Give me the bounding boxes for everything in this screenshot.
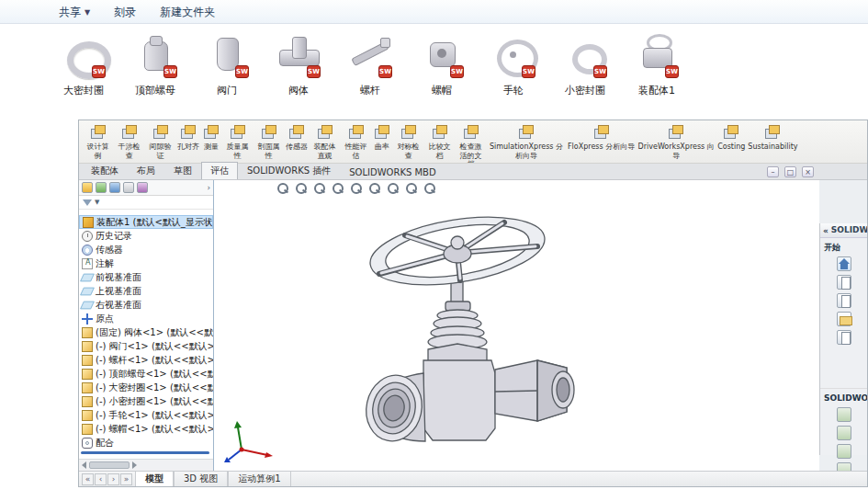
ribbon-tool-button[interactable]: 剖面属性	[254, 122, 284, 161]
window-control-button[interactable]: ×	[802, 166, 814, 177]
statusbar-nav-button[interactable]: «	[82, 473, 94, 485]
new-folder-button[interactable]: 新建文件夹	[160, 5, 215, 20]
file-item[interactable]: SW 顶部螺母	[119, 30, 191, 97]
tree-item[interactable]: 原点	[79, 312, 213, 325]
tree-item[interactable]: 装配体1 (默认<默认_显示状态-1>)	[79, 215, 213, 229]
ribbon-tool-button[interactable]: 性能评估	[341, 122, 371, 161]
ribbon-tool-button[interactable]: SimulationXpress 分析向导	[487, 122, 566, 161]
tree-item-label: (-) 螺帽<1> (默认<<默认>_显示状态	[96, 423, 213, 436]
ribbon-tool-button[interactable]: 对称检查	[393, 122, 423, 161]
graphics-viewport[interactable]	[214, 180, 819, 471]
tree-item-label: 历史记录	[96, 230, 132, 243]
horizontal-scrollbar[interactable]	[79, 459, 213, 471]
mates-icon	[82, 438, 93, 449]
configurationmanager-icon[interactable]	[109, 182, 120, 193]
dimxpertmanager-icon[interactable]	[123, 182, 134, 193]
ribbon-tool-button[interactable]: 检查激活的文档	[456, 122, 486, 164]
tool-icon[interactable]	[837, 444, 851, 459]
ribbon-tool-button[interactable]: 孔对齐	[176, 122, 200, 153]
rollback-bar[interactable]	[81, 451, 209, 454]
tool-label: 传感器	[286, 142, 308, 152]
file-item[interactable]: SW 装配体1	[621, 30, 693, 97]
command-tab[interactable]: 草图	[164, 162, 201, 179]
file-label: 螺帽	[432, 84, 452, 97]
tree-item[interactable]: (-) 手轮<1> (默认<<默认>_显示状态	[79, 408, 213, 422]
tool-icon[interactable]	[837, 426, 851, 440]
ribbon-tool-button[interactable]: 设计算例	[83, 122, 113, 161]
file-item[interactable]: SW 阀体	[263, 30, 334, 97]
command-tab[interactable]: 布局	[128, 162, 164, 179]
tree-item[interactable]: (-) 螺帽<1> (默认<<默认>_显示状态	[79, 422, 213, 436]
document-icon[interactable]	[837, 275, 851, 290]
ribbon-tool-button[interactable]: 曲率	[372, 122, 392, 153]
tree-item[interactable]: 注解	[79, 256, 213, 270]
statusbar-nav-button[interactable]: ›	[107, 473, 119, 485]
burn-button[interactable]: 刻录	[114, 5, 136, 20]
tool-label: 曲率	[375, 142, 389, 152]
ribbon-tool-button[interactable]: 质量属性	[222, 122, 253, 161]
file-item[interactable]: SW 螺帽	[406, 30, 478, 97]
window-control-button[interactable]: –	[767, 166, 779, 177]
command-tab[interactable]: SOLIDWORKS MBD	[340, 165, 445, 179]
featuremanager-icon[interactable]	[82, 182, 93, 193]
tree-item[interactable]: (-) 阀门<1> (默认<<默认>_显示状态	[79, 339, 213, 353]
command-tab[interactable]: 评估	[201, 162, 238, 179]
ribbon-tool-button[interactable]: 间隙验证	[145, 122, 175, 161]
tree-item[interactable]: 上视基准面	[79, 284, 213, 298]
ribbon-tool-button[interactable]: Costing	[716, 122, 746, 153]
panel-expand-icon[interactable]: ›	[207, 183, 210, 192]
file-item[interactable]: SW 小密封圈	[549, 30, 621, 97]
tree-item[interactable]: 前视基准面	[79, 270, 213, 284]
document-tab[interactable]: 3D 视图	[174, 472, 228, 486]
displaymanager-icon[interactable]	[137, 182, 148, 193]
ribbon-tool-button[interactable]: DriveWorksXpress 向导	[637, 122, 716, 161]
tool-icon	[229, 123, 247, 142]
tool-label: 干涉检查	[115, 142, 143, 160]
ribbon-tool-button[interactable]: 传感器	[285, 122, 309, 153]
scroll-right-icon[interactable]	[132, 461, 137, 469]
ribbon-tool-button[interactable]: FloXpress 分析向导	[567, 122, 636, 153]
ribbon-tool-button[interactable]: 测量	[201, 122, 221, 153]
tree-item-label: 注解	[96, 257, 114, 270]
file-item[interactable]: SW 螺杆	[334, 30, 406, 97]
tree-filter[interactable]: ▼	[79, 196, 213, 210]
tree-item[interactable]: 传感器	[79, 243, 213, 256]
folder-icon[interactable]	[837, 312, 851, 326]
collapse-icon[interactable]: «	[823, 226, 829, 235]
tree-item-label: (-) 小密封圈<1> (默认<<默认>_显示	[96, 395, 213, 408]
document-tab[interactable]: 运动算例1	[228, 472, 290, 486]
tree-item[interactable]: (-) 小密封圈<1> (默认<<默认>_显示	[79, 394, 213, 408]
tree-item[interactable]: (固定) 阀体<1> (默认<<默认>_显示状	[79, 325, 213, 339]
ribbon-tool-button[interactable]: 比较文档	[424, 122, 455, 161]
file-item[interactable]: SW 大密封圈	[48, 30, 119, 97]
file-item[interactable]: SW 阀门	[191, 30, 263, 97]
scroll-left-icon[interactable]	[82, 461, 86, 469]
document-icon[interactable]	[837, 330, 851, 345]
solidworks-badge: SW	[522, 65, 535, 78]
document-tab[interactable]: 模型	[135, 472, 174, 486]
tree-item[interactable]: 历史记录	[79, 229, 213, 243]
ribbon-tool-button[interactable]: 干涉检查	[114, 122, 144, 161]
share-button[interactable]: 共享 ▼	[59, 5, 90, 20]
tree-item[interactable]: 右视基准面	[79, 298, 213, 312]
window-control-button[interactable]: □	[784, 166, 796, 177]
document-icon[interactable]	[837, 293, 851, 308]
tree-item[interactable]: (-) 大密封圈<1> (默认<<默认>_显示	[79, 381, 213, 394]
tree-item[interactable]: (-) 螺杆<1> (默认<<默认>_显示状态	[79, 353, 213, 367]
statusbar-nav: «‹›»	[79, 473, 135, 485]
valve-assembly-model[interactable]	[214, 180, 819, 471]
home-icon[interactable]	[837, 256, 851, 271]
command-tab[interactable]: 装配体	[82, 162, 128, 179]
propertymanager-icon[interactable]	[96, 182, 107, 193]
ribbon-tool-button[interactable]: Sustainability	[747, 122, 798, 153]
file-item[interactable]: SW 手轮	[478, 30, 549, 97]
scrollbar-thumb[interactable]	[89, 461, 130, 469]
tree-item[interactable]: 配合	[79, 436, 213, 450]
ribbon-tool-button[interactable]: 装配体直观	[310, 122, 340, 161]
tree-item[interactable]: (-) 顶部螺母<1> (默认<<默认>_显示状	[79, 367, 213, 381]
statusbar-nav-button[interactable]: ‹	[95, 473, 107, 485]
solidworks-badge: SW	[235, 65, 249, 78]
command-tab[interactable]: SOLIDWORKS 插件	[238, 162, 340, 179]
tool-icon[interactable]	[837, 407, 851, 422]
statusbar-nav-button[interactable]: »	[120, 473, 132, 485]
